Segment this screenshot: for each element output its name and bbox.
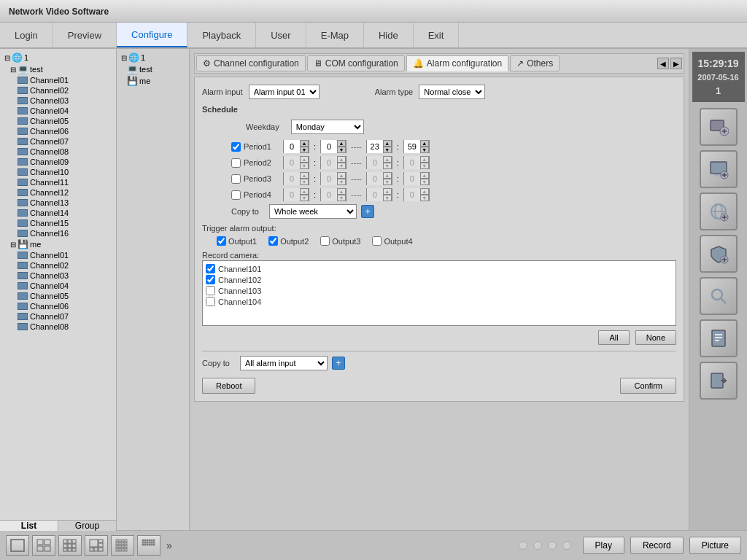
period4-eh-up[interactable]: ▲	[383, 188, 392, 195]
period1-sh-input[interactable]	[284, 140, 300, 153]
period4-eh-dn[interactable]: ▼	[383, 195, 392, 201]
period2-eh-dn[interactable]: ▼	[383, 163, 392, 169]
tree-channel-16[interactable]: Channel16	[3, 228, 113, 238]
confirm-button[interactable]: Confirm	[620, 378, 676, 394]
period3-sm-dn[interactable]: ▼	[337, 179, 346, 185]
alarm-type-select[interactable]: Normal close Normal open	[419, 85, 485, 99]
period2-em-input[interactable]	[404, 156, 420, 169]
period1-em-input[interactable]	[404, 140, 420, 153]
copy-alarm-select[interactable]: All alarm input	[240, 356, 328, 370]
tree-channel-01[interactable]: Channel01	[3, 75, 113, 85]
nav-emap[interactable]: E-Map	[306, 23, 364, 47]
record-button[interactable]: Record	[630, 537, 684, 554]
nav-playback[interactable]: Playback	[187, 23, 256, 47]
camera-ch103[interactable]: Channel103	[206, 286, 673, 295]
tree-channel-13[interactable]: Channel13	[3, 198, 113, 208]
view-2x2[interactable]	[32, 535, 55, 556]
camera-ch102-checkbox[interactable]	[206, 275, 215, 284]
play-button[interactable]: Play	[583, 537, 624, 554]
tree-channel-09[interactable]: Channel09	[3, 157, 113, 167]
view-6x6[interactable]	[137, 535, 160, 556]
period3-sh-up[interactable]: ▲	[300, 172, 309, 179]
nav-user[interactable]: User	[256, 23, 306, 47]
copy-icon-btn[interactable]: +	[361, 205, 374, 218]
output3-cb[interactable]: Output3	[320, 236, 360, 246]
period1-sm-up[interactable]: ▲	[337, 140, 346, 147]
tree2-test[interactable]: 💻 test	[120, 63, 186, 75]
period4-sh-input[interactable]	[284, 188, 300, 201]
period1-sh-dn[interactable]: ▼	[300, 147, 309, 153]
alarm-input-select[interactable]: Alarm input 01 Alarm input 02	[249, 85, 320, 99]
period2-em-up[interactable]: ▲	[420, 156, 429, 163]
output4-cb[interactable]: Output4	[372, 236, 412, 246]
period4-em-input[interactable]	[404, 188, 420, 201]
tree2-me[interactable]: 💾 me	[120, 75, 186, 87]
nav-configure[interactable]: Configure	[117, 23, 187, 47]
period2-eh-up[interactable]: ▲	[383, 156, 392, 163]
camera-ch102[interactable]: Channel102	[206, 275, 673, 284]
tree-me-ch02[interactable]: Channel02	[3, 260, 113, 271]
reboot-button[interactable]: Reboot	[202, 378, 255, 394]
period2-em-dn[interactable]: ▼	[420, 163, 429, 169]
period3-eh-input[interactable]	[367, 172, 383, 185]
tree-channel-08[interactable]: Channel08	[3, 147, 113, 157]
tree-channel-03[interactable]: Channel03	[3, 96, 113, 106]
period3-sh-input[interactable]	[284, 172, 300, 185]
period1-em-up[interactable]: ▲	[420, 140, 429, 147]
tree-me-ch08[interactable]: Channel08	[3, 322, 113, 332]
tree-me-ch07[interactable]: Channel07	[3, 311, 113, 322]
view-4x4[interactable]	[111, 535, 134, 556]
tree-channel-05[interactable]: Channel05	[3, 116, 113, 126]
period2-sh-dn[interactable]: ▼	[300, 163, 309, 169]
period1-em-dn[interactable]: ▼	[420, 147, 429, 153]
period1-checkbox[interactable]	[231, 142, 241, 152]
nav-exit[interactable]: Exit	[414, 23, 460, 47]
period4-em-dn[interactable]: ▼	[420, 195, 429, 201]
view-1x1[interactable]	[6, 535, 29, 556]
period4-sh-up[interactable]: ▲	[300, 188, 309, 195]
period4-em-up[interactable]: ▲	[420, 188, 429, 195]
period4-checkbox[interactable]	[231, 190, 241, 200]
tab-com[interactable]: 🖥 COM configuration	[307, 55, 405, 71]
view-mixed[interactable]	[85, 535, 108, 556]
tab-channel[interactable]: ⚙ Channel configuration	[196, 55, 306, 71]
tree-group-me[interactable]: ⊟ 💾 me	[3, 238, 113, 250]
camera-ch101-checkbox[interactable]	[206, 264, 215, 273]
period2-sm-input[interactable]	[321, 156, 337, 169]
output3-checkbox[interactable]	[320, 236, 330, 246]
tree-channel-02[interactable]: Channel02	[3, 85, 113, 96]
period3-eh-dn[interactable]: ▼	[383, 179, 392, 185]
tree-channel-11[interactable]: Channel11	[3, 177, 113, 187]
camera-ch101[interactable]: Channel101	[206, 264, 673, 273]
tab-alarm[interactable]: 🔔 Alarm configuration	[406, 55, 508, 71]
period4-sm-input[interactable]	[321, 188, 337, 201]
tree-me-ch01[interactable]: Channel01	[3, 250, 113, 260]
right-btn-3[interactable]	[700, 192, 738, 230]
nav-hide[interactable]: Hide	[364, 23, 414, 47]
nav-login[interactable]: Login	[0, 23, 53, 47]
period2-sm-dn[interactable]: ▼	[337, 163, 346, 169]
period3-sh-dn[interactable]: ▼	[300, 179, 309, 185]
none-button[interactable]: None	[635, 330, 676, 345]
right-btn-6[interactable]	[700, 319, 738, 357]
period2-eh-input[interactable]	[367, 156, 383, 169]
tree-group-test[interactable]: ⊟ 💻 test	[3, 63, 113, 75]
period3-checkbox[interactable]	[231, 174, 241, 184]
tab-others[interactable]: ↗ Others	[510, 55, 560, 71]
output2-cb[interactable]: Output2	[268, 236, 309, 246]
tree-me-ch03[interactable]: Channel03	[3, 271, 113, 281]
period1-sm-dn[interactable]: ▼	[337, 147, 346, 153]
period2-sm-up[interactable]: ▲	[337, 156, 346, 163]
period1-eh-up[interactable]: ▲	[383, 140, 392, 147]
output4-checkbox[interactable]	[372, 236, 382, 246]
period2-sh-up[interactable]: ▲	[300, 156, 309, 163]
output2-checkbox[interactable]	[268, 236, 278, 246]
period2-sh-input[interactable]	[284, 156, 300, 169]
period3-sm-up[interactable]: ▲	[337, 172, 346, 179]
period2-checkbox[interactable]	[231, 158, 241, 168]
weekday-select[interactable]: MondayTuesdayWednesday ThursdayFridaySat…	[291, 120, 364, 134]
period4-sm-dn[interactable]: ▼	[337, 195, 346, 201]
period3-em-dn[interactable]: ▼	[420, 179, 429, 185]
period3-eh-up[interactable]: ▲	[383, 172, 392, 179]
camera-ch104[interactable]: Channel104	[206, 297, 673, 306]
